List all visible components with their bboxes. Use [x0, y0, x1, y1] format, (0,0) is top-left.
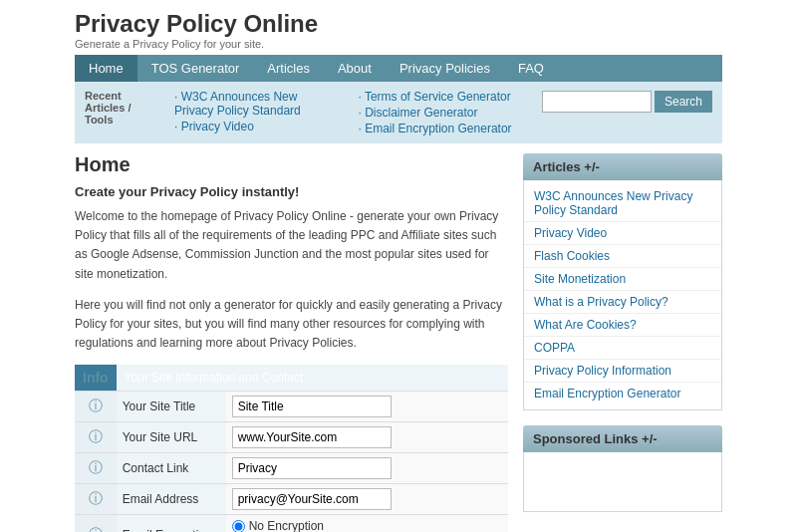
sponsored-header: Sponsored Links +/-	[523, 425, 722, 452]
nav-privacy[interactable]: Privacy Policies	[386, 55, 504, 82]
input-email[interactable]	[232, 488, 392, 510]
sidebar-article-5[interactable]: What Are Cookies?	[524, 314, 721, 337]
info-icon: ⓘ	[75, 453, 117, 484]
main-heading: Home	[75, 153, 508, 176]
subnav-link-w3c[interactable]: W3C Announces New Privacy Policy Standar…	[174, 89, 338, 119]
sidebar-article-3[interactable]: Site Monetization	[524, 268, 721, 291]
form-details-header: Your Site Information and Contact	[117, 365, 508, 392]
input-site-url[interactable]	[232, 426, 392, 448]
info-icon: ⓘ	[75, 392, 117, 422]
form-info-header: Info	[75, 365, 117, 392]
table-row: ⓘ Your Site Title	[75, 392, 508, 422]
sidebar-article-7[interactable]: Privacy Policy Information	[524, 360, 721, 383]
input-site-title[interactable]	[232, 396, 392, 417]
subnav-link-disclaimer[interactable]: Disclaimer Generator	[358, 105, 521, 121]
nav-faq[interactable]: FAQ	[504, 55, 558, 82]
label-site-url: Your Site URL	[117, 422, 226, 453]
sidebar-article-1[interactable]: Privacy Video	[524, 222, 721, 245]
nav-about[interactable]: About	[324, 55, 386, 82]
main-subheading: Create your Privacy Policy instantly!	[75, 184, 508, 199]
info-icon: ⓘ	[75, 515, 117, 532]
subnav-link-privacy-video[interactable]: Privacy Video	[174, 119, 338, 134]
label-encryption: Email Encryption	[117, 515, 226, 532]
sidebar-article-6[interactable]: COPPA	[524, 337, 721, 360]
input-contact-link[interactable]	[232, 457, 392, 479]
label-contact-link: Contact Link	[117, 453, 226, 484]
page-subtitle: Generate a Privacy Policy for your site.	[75, 38, 722, 50]
articles-header: Articles +/-	[523, 153, 722, 180]
radio-no-encrypt[interactable]	[232, 520, 245, 532]
sidebar-article-8[interactable]: Email Encryption Generator	[524, 383, 721, 404]
table-row: ⓘ Contact Link	[75, 453, 508, 484]
info-icon: ⓘ	[75, 422, 117, 453]
subnav-link-email-enc[interactable]: Email Encryption Generator	[358, 121, 521, 136]
table-row: ⓘ Email Encryption No Encryption Encrypt…	[75, 515, 508, 532]
table-row: ⓘ Your Site URL	[75, 422, 508, 453]
nav-articles[interactable]: Articles	[253, 55, 324, 82]
main-para1: Welcome to the homepage of Privacy Polic…	[75, 207, 508, 284]
label-email: Email Address	[117, 484, 226, 515]
label-site-title: Your Site Title	[117, 392, 226, 422]
search-input[interactable]	[542, 91, 652, 113]
nav-home[interactable]: Home	[75, 55, 137, 82]
page-title: Privacy Policy Online	[75, 10, 722, 38]
nav-tos[interactable]: TOS Generator	[137, 55, 254, 82]
info-icon: ⓘ	[75, 484, 117, 515]
sidebar-article-4[interactable]: What is a Privacy Policy?	[524, 291, 721, 314]
subnav-link-tos-gen[interactable]: Terms of Service Generator	[358, 89, 521, 105]
search-button[interactable]: Search	[655, 91, 712, 113]
main-para2: Here you will find not only a generator …	[75, 296, 508, 354]
table-row: ⓘ Email Address	[75, 484, 508, 515]
sidebar-article-0[interactable]: W3C Announces New Privacy Policy Standar…	[524, 185, 721, 222]
subnav-recent-label: Recent Articles / Tools	[85, 90, 131, 126]
sidebar-article-2[interactable]: Flash Cookies	[524, 245, 721, 268]
